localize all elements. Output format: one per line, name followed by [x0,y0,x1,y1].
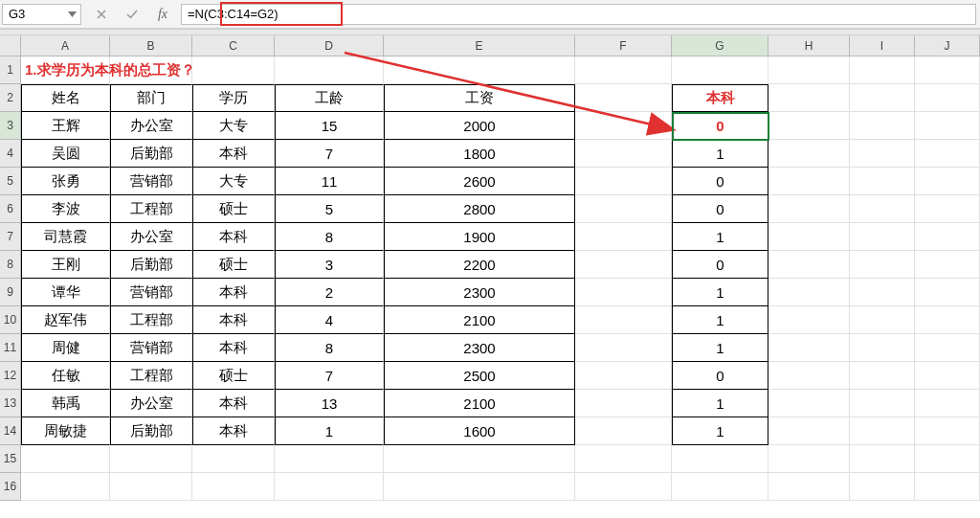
confirm-icon[interactable] [123,9,141,20]
cell-G6[interactable]: 0 [672,195,768,223]
cell-G11[interactable]: 1 [672,334,768,362]
cell-B5[interactable]: 营销部 [110,168,192,195]
cell-B11[interactable]: 营销部 [110,334,192,362]
cell-I15[interactable] [850,445,915,473]
cell-J16[interactable] [915,473,980,501]
cell-I10[interactable] [850,306,915,334]
cell-D14[interactable]: 1 [275,417,384,445]
cell-A16[interactable] [21,473,110,501]
cell-J9[interactable] [915,279,980,306]
column-header-F[interactable]: F [575,35,672,56]
cell-F12[interactable] [575,362,672,390]
cell-B14[interactable]: 后勤部 [110,417,192,445]
column-header-G[interactable]: G [672,35,768,56]
cell-J8[interactable] [915,251,980,279]
cell-E5[interactable]: 2600 [384,168,575,195]
cell-B3[interactable]: 办公室 [110,112,192,140]
cell-G9[interactable]: 1 [672,279,768,306]
cell-D13[interactable]: 13 [275,390,384,417]
cell-D8[interactable]: 3 [275,251,384,279]
row-header-7[interactable]: 7 [0,223,21,251]
cell-D1[interactable] [275,56,384,84]
cell-J14[interactable] [915,417,980,445]
cell-D4[interactable]: 7 [275,140,384,168]
cell-F10[interactable] [575,306,672,334]
cell-F13[interactable] [575,390,672,417]
cell-A10[interactable]: 赵军伟 [21,306,110,334]
cell-D3[interactable]: 15 [275,112,384,140]
cell-H14[interactable] [768,417,850,445]
cell-A9[interactable]: 谭华 [21,279,110,306]
cell-F16[interactable] [575,473,672,501]
cell-J7[interactable] [915,223,980,251]
cell-I7[interactable] [850,223,915,251]
cell-J1[interactable] [915,56,980,84]
cell-F2[interactable] [575,84,672,112]
cell-F4[interactable] [575,140,672,168]
cell-E13[interactable]: 2100 [384,390,575,417]
cell-C2[interactable]: 学历 [192,84,275,112]
column-header-C[interactable]: C [192,35,275,56]
cell-G1[interactable] [672,56,768,84]
cell-C10[interactable]: 本科 [192,306,275,334]
cell-G4[interactable]: 1 [672,140,768,168]
cell-F15[interactable] [575,445,672,473]
row-header-15[interactable]: 15 [0,445,21,473]
cell-I1[interactable] [850,56,915,84]
cell-D16[interactable] [275,473,384,501]
cell-D7[interactable]: 8 [275,223,384,251]
name-box-dropdown-icon[interactable] [65,8,78,21]
cell-D11[interactable]: 8 [275,334,384,362]
cell-F14[interactable] [575,417,672,445]
row-header-11[interactable]: 11 [0,334,21,362]
cell-A1[interactable]: 1.求学历为本科的总工资？ [21,56,110,84]
cell-C7[interactable]: 本科 [192,223,275,251]
cell-H11[interactable] [768,334,850,362]
cell-A8[interactable]: 王刚 [21,251,110,279]
cell-A2[interactable]: 姓名 [21,84,110,112]
row-header-2[interactable]: 2 [0,84,21,112]
cell-G16[interactable] [672,473,768,501]
cell-E3[interactable]: 2000 [384,112,575,140]
cell-B13[interactable]: 办公室 [110,390,192,417]
cell-G7[interactable]: 1 [672,223,768,251]
row-header-10[interactable]: 10 [0,306,21,334]
cell-C16[interactable] [192,473,275,501]
cell-E14[interactable]: 1600 [384,417,575,445]
cell-E16[interactable] [384,473,575,501]
cell-A4[interactable]: 吴圆 [21,140,110,168]
row-header-4[interactable]: 4 [0,140,21,168]
cell-H2[interactable] [768,84,850,112]
cell-H6[interactable] [768,195,850,223]
cell-I14[interactable] [850,417,915,445]
cell-G14[interactable]: 1 [672,417,768,445]
cell-H7[interactable] [768,223,850,251]
cell-H5[interactable] [768,168,850,195]
cell-J11[interactable] [915,334,980,362]
cell-D2[interactable]: 工龄 [275,84,384,112]
cell-I11[interactable] [850,334,915,362]
cell-J15[interactable] [915,445,980,473]
cell-J6[interactable] [915,195,980,223]
cell-I2[interactable] [850,84,915,112]
row-header-6[interactable]: 6 [0,195,21,223]
cell-C4[interactable]: 本科 [192,140,275,168]
cell-I9[interactable] [850,279,915,306]
row-header-3[interactable]: 3 [0,112,21,140]
cell-C13[interactable]: 本科 [192,390,275,417]
cell-I6[interactable] [850,195,915,223]
cell-A14[interactable]: 周敏捷 [21,417,110,445]
cell-E2[interactable]: 工资 [384,84,575,112]
cell-E4[interactable]: 1800 [384,140,575,168]
cell-F3[interactable] [575,112,672,140]
cell-I13[interactable] [850,390,915,417]
cell-B4[interactable]: 后勤部 [110,140,192,168]
cell-J10[interactable] [915,306,980,334]
cell-J4[interactable] [915,140,980,168]
cell-B7[interactable]: 办公室 [110,223,192,251]
fx-icon[interactable]: fx [154,7,171,22]
cell-H8[interactable] [768,251,850,279]
cell-D5[interactable]: 11 [275,168,384,195]
cell-I12[interactable] [850,362,915,390]
cell-C15[interactable] [192,445,275,473]
